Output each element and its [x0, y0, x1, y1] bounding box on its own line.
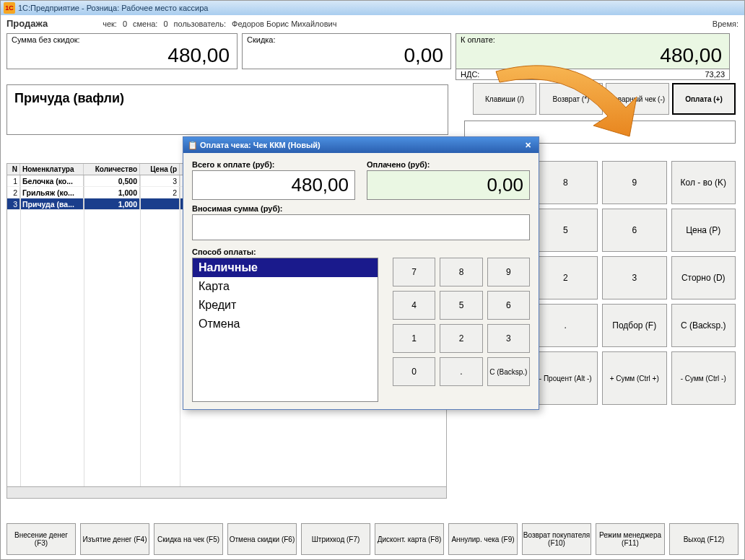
pick-button[interactable]: Подбор (F)	[602, 304, 667, 347]
user-value: Федоров Борис Михайлович	[232, 19, 336, 28]
modal-keypad-0[interactable]: 0	[393, 357, 435, 386]
keypad-3[interactable]: 3	[602, 256, 667, 299]
barcode-button[interactable]: Штрихкод (F7)	[301, 523, 370, 555]
return-button[interactable]: Возврат (*)	[539, 83, 603, 115]
sum-minus-button[interactable]: - Сумм (Ctrl -)	[671, 351, 736, 405]
keypad-8[interactable]: 8	[533, 161, 598, 204]
quantity-button[interactable]: Кол - во (K)	[671, 161, 736, 204]
user-label: пользователь:	[174, 19, 227, 28]
modal-keypad-3[interactable]: 3	[487, 324, 530, 353]
keypad-9[interactable]: 9	[602, 161, 667, 204]
keypad-dot[interactable]: .	[533, 304, 598, 347]
time-label: Время:	[713, 19, 739, 28]
col-n: N	[7, 164, 20, 175]
pay-button[interactable]: Оплата (+)	[672, 83, 736, 115]
backspace-button[interactable]: C (Backsp.)	[671, 304, 736, 347]
payment-method-option[interactable]: Наличные	[193, 258, 378, 277]
modal-keypad-4[interactable]: 4	[393, 291, 435, 320]
withdraw-button[interactable]: Изъятие денег (F4)	[80, 523, 149, 555]
window-title: 1С:Предприятие - Розница: Рабочее место …	[18, 4, 208, 12]
nds-value: 73,23	[700, 69, 729, 79]
modal-keypad-2[interactable]: 2	[440, 324, 482, 353]
tender-label: Вносимая сумма (руб):	[192, 204, 530, 213]
dialog-title: 📋 Оплата чека: Чек ККМ (Новый)	[188, 141, 321, 150]
customer-return-button[interactable]: Возврат покупателя (F10)	[522, 523, 591, 555]
payment-method-option[interactable]: Кредит	[193, 296, 378, 315]
discount-label: Скидка:	[247, 35, 446, 44]
keypad-6[interactable]: 6	[602, 209, 667, 252]
modal-backspace-button[interactable]: C (Backsp.)	[487, 357, 530, 386]
modal-keypad-8[interactable]: 8	[440, 258, 482, 286]
modal-keypad-5[interactable]: 5	[440, 291, 482, 320]
modal-keypad-9[interactable]: 9	[487, 258, 530, 286]
sum-plus-button[interactable]: + Сумм (Ctrl +)	[602, 351, 667, 405]
check-label: чек:	[103, 19, 117, 28]
void-check-button[interactable]: Аннулир. чека (F9)	[448, 523, 518, 555]
keypad-5[interactable]: 5	[533, 209, 598, 252]
paid-label: Оплачено (руб):	[367, 160, 530, 169]
payment-method-option[interactable]: Карта	[193, 277, 378, 296]
nds-label: НДС:	[456, 69, 700, 79]
col-price: Цена (р	[140, 164, 180, 175]
modal-keypad-1[interactable]: 1	[393, 324, 435, 353]
check-discount-button[interactable]: Скидка на чек (F5)	[154, 523, 223, 555]
current-item-name: Причуда (вафли)	[6, 84, 448, 135]
cancel-discount-button[interactable]: Отмена скидки (F6)	[227, 523, 297, 555]
mode-title: Продажа	[6, 18, 48, 29]
modal-keypad-6[interactable]: 6	[487, 291, 530, 320]
storno-button[interactable]: Сторно (D)	[671, 256, 736, 299]
due-value: 480,00	[461, 44, 725, 67]
total-due-value: 480,00	[192, 170, 355, 200]
check-value: 0	[123, 19, 127, 28]
manager-mode-button[interactable]: Режим менеджера (F11)	[596, 523, 665, 555]
subtotal-value: 480,00	[12, 44, 232, 67]
price-button[interactable]: Цена (P)	[671, 209, 736, 252]
modal-keypad-7[interactable]: 7	[393, 258, 435, 286]
discount-card-button[interactable]: Дисконт. карта (F8)	[375, 523, 444, 555]
paid-value: 0,00	[367, 170, 530, 200]
due-label: К оплате:	[461, 35, 725, 44]
col-nomenclature: Номенклатура	[20, 164, 84, 175]
close-icon[interactable]: ✕	[521, 139, 534, 151]
payment-method-list[interactable]: НаличныеКартаКредитОтмена	[192, 258, 378, 402]
tender-input[interactable]	[192, 214, 530, 240]
percent-minus-button[interactable]: - Процент (Alt -)	[533, 351, 598, 405]
app-logo-icon: 1C	[4, 2, 15, 14]
col-quantity: Количество	[84, 164, 140, 175]
deposit-button[interactable]: Внесение денег (F3)	[6, 523, 76, 555]
payment-method-option[interactable]: Отмена	[193, 315, 378, 333]
horizontal-scrollbar[interactable]	[7, 486, 446, 498]
receipt-button[interactable]: Товарный чек (-)	[606, 83, 669, 115]
keypad-2[interactable]: 2	[533, 256, 598, 299]
discount-value: 0,00	[247, 44, 446, 67]
shift-label: смена:	[133, 19, 157, 28]
keys-button[interactable]: Клавиши (/)	[473, 83, 536, 115]
subtotal-label: Сумма без скидок:	[12, 35, 232, 44]
total-due-label: Всего к оплате (руб):	[192, 160, 355, 169]
modal-keypad-dot[interactable]: .	[440, 357, 482, 386]
exit-button[interactable]: Выход (F12)	[669, 523, 739, 555]
payment-method-label: Способ оплаты:	[192, 248, 530, 256]
shift-value: 0	[163, 19, 167, 28]
payment-dialog: 📋 Оплата чека: Чек ККМ (Новый) ✕ Всего к…	[183, 136, 539, 410]
